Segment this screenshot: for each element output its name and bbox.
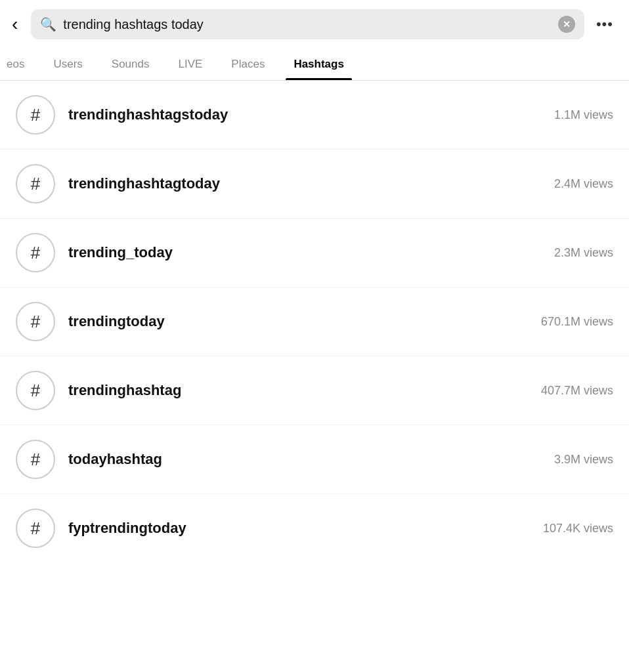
- clear-icon: ✕: [563, 19, 571, 30]
- search-input[interactable]: trending hashtags today: [63, 17, 552, 32]
- tab-bar: eosUsersSoundsLIVEPlacesHashtags: [0, 49, 629, 81]
- tab-sounds[interactable]: Sounds: [97, 49, 164, 80]
- hashtag-views: 2.3M views: [554, 246, 613, 260]
- hash-symbol: #: [31, 450, 40, 470]
- hash-symbol: #: [31, 105, 40, 125]
- header: ‹ 🔍 trending hashtags today ✕ •••: [0, 0, 629, 49]
- hash-circle: #: [16, 95, 55, 135]
- hashtag-name: todayhashtag: [68, 451, 541, 468]
- hashtag-item[interactable]: # trendinghashtag 407.7M views: [0, 356, 629, 425]
- tab-users[interactable]: Users: [39, 49, 97, 80]
- hash-circle: #: [16, 371, 55, 410]
- hashtag-views: 107.4K views: [543, 522, 613, 536]
- hashtag-item[interactable]: # fyptrendingtoday 107.4K views: [0, 494, 629, 562]
- hash-symbol: #: [31, 518, 40, 539]
- hash-symbol: #: [31, 174, 40, 194]
- hash-circle: #: [16, 164, 55, 203]
- hashtag-name: trendinghashtagtoday: [68, 175, 541, 192]
- hashtag-item[interactable]: # trending_today 2.3M views: [0, 219, 629, 287]
- hashtag-name: trendinghashtag: [68, 382, 528, 399]
- hashtag-views: 2.4M views: [554, 177, 613, 191]
- hash-symbol: #: [31, 312, 40, 332]
- hashtag-name: trending_today: [68, 244, 541, 261]
- hashtag-name: trendinghashtagstoday: [68, 106, 541, 123]
- hashtag-item[interactable]: # trendingtoday 670.1M views: [0, 287, 629, 356]
- hashtag-list: # trendinghashtagstoday 1.1M views # tre…: [0, 81, 629, 562]
- tab-videos[interactable]: eos: [0, 49, 39, 80]
- hash-circle: #: [16, 509, 55, 548]
- hash-symbol: #: [31, 243, 40, 263]
- more-options-button[interactable]: •••: [592, 13, 617, 35]
- hash-symbol: #: [31, 381, 40, 401]
- hash-circle: #: [16, 302, 55, 341]
- hashtag-item[interactable]: # trendinghashtagstoday 1.1M views: [0, 81, 629, 150]
- tab-hashtags[interactable]: Hashtags: [279, 49, 358, 80]
- clear-button[interactable]: ✕: [558, 16, 575, 33]
- hash-circle: #: [16, 233, 55, 272]
- hash-circle: #: [16, 440, 55, 479]
- tab-places[interactable]: Places: [217, 49, 279, 80]
- hashtag-name: fyptrendingtoday: [68, 520, 530, 537]
- hashtag-item[interactable]: # trendinghashtagtoday 2.4M views: [0, 150, 629, 219]
- hashtag-name: trendingtoday: [68, 313, 528, 330]
- hashtag-views: 407.7M views: [541, 384, 613, 398]
- search-bar[interactable]: 🔍 trending hashtags today ✕: [31, 9, 584, 39]
- hashtag-views: 1.1M views: [554, 108, 613, 122]
- hashtag-item[interactable]: # todayhashtag 3.9M views: [0, 425, 629, 494]
- back-button[interactable]: ‹: [7, 12, 23, 36]
- tab-live[interactable]: LIVE: [164, 49, 217, 80]
- search-icon: 🔍: [40, 16, 56, 32]
- hashtag-views: 670.1M views: [541, 315, 613, 329]
- hashtag-views: 3.9M views: [554, 453, 613, 467]
